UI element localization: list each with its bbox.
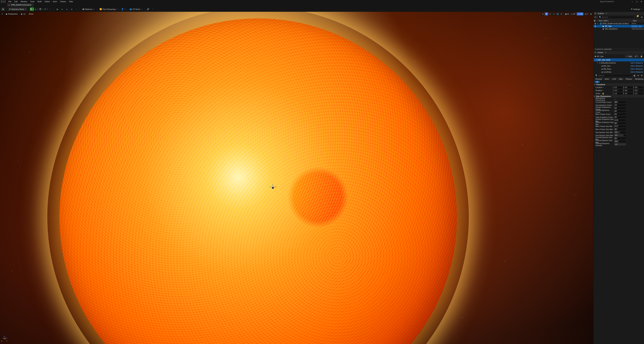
number-input[interactable]: 64 — [614, 107, 626, 109]
step-button[interactable]: ⏭ — [60, 7, 64, 11]
outliner-tab[interactable]: ☰ Outliner ✕ — [594, 12, 644, 15]
number-input[interactable]: 0.8 — [614, 134, 626, 137]
favorites-button[interactable]: ★ — [636, 74, 640, 77]
chevron-down-icon[interactable]: ▾ — [603, 87, 604, 88]
menu-actor[interactable]: Actor — [52, 0, 58, 3]
atmospheric-checkbox[interactable]: ✔ — [614, 98, 616, 100]
details-search-input[interactable]: 🔍 Search — [594, 74, 632, 77]
camera-speed-button[interactable]: 🎥2 — [584, 12, 589, 15]
category-transform[interactable]: ▼Transform — [594, 83, 644, 86]
menu-octane[interactable]: Octane — [59, 0, 67, 3]
play-options-button[interactable]: ⋮ — [74, 7, 78, 11]
filter-all-button[interactable]: All — [594, 81, 600, 83]
axis-orientation-widget[interactable]: z x y — [2, 336, 8, 342]
visibility-toggle[interactable]: ◉ — [594, 25, 596, 27]
vector-y-input[interactable]: 0.0 — [623, 86, 633, 88]
close-icon[interactable]: ✕ — [606, 12, 607, 14]
coord-space-button[interactable]: 🌐 — [556, 12, 559, 15]
chevron-down-icon[interactable]: ▾ — [600, 93, 601, 94]
vector-x-input[interactable]: 0.0 ° — [613, 89, 623, 92]
component-tree[interactable]: ▼◯BP_Star (Self)▼✦DefaultSceneRootEdit i… — [594, 58, 644, 73]
vector-z-input[interactable]: 0.0 — [634, 86, 643, 88]
grid-snap-button[interactable]: ▦10 — [564, 12, 570, 15]
edit-in-blueprint-link[interactable]: Edit in Blueprint — [630, 65, 643, 67]
number-input[interactable]: 0.4 — [614, 140, 626, 143]
filter-tab-actor[interactable]: Actor — [604, 78, 610, 80]
vector-x-input[interactable]: 1.0 — [613, 92, 623, 95]
menu-window[interactable]: Window — [19, 0, 28, 3]
outliner-row[interactable]: ◉◉BP_StarEdit BP_Star — [594, 25, 644, 27]
details-settings-button[interactable]: ⚙ — [640, 74, 643, 77]
lit-mode-button[interactable]: ◐Lit — [20, 13, 27, 15]
select-tool-button[interactable]: ⬉ — [541, 12, 544, 15]
number-input[interactable]: 64 — [614, 116, 626, 118]
selected-actor-chip[interactable]: ◉ BP_Star — [594, 55, 604, 57]
filter-tab-general[interactable]: General — [594, 78, 603, 80]
menu-file[interactable]: File — [7, 0, 13, 3]
maximize-button[interactable]: ▢ — [635, 0, 638, 3]
selection-mode-button[interactable]: ⬈ Selection Mode ▾ — [8, 7, 27, 11]
vector-z-input[interactable]: 0.0 ° — [634, 89, 643, 92]
number-input[interactable]: 0.2 — [614, 122, 626, 124]
viewport-layout-button[interactable]: ⊞ — [589, 12, 593, 15]
number-input[interactable]: 0.5 — [614, 131, 626, 133]
settings-button[interactable]: ⚙Settings▾ — [630, 7, 643, 11]
vc-button[interactable]: 🔗 — [146, 7, 150, 11]
edit-in-blueprint-link[interactable]: Edit in Blueprint — [630, 62, 643, 64]
outliner-search-input[interactable]: 🔍 Search... ▾ — [598, 16, 636, 19]
vector-x-input[interactable]: 0.0 — [613, 86, 623, 88]
property-matrix-button[interactable]: ▦ — [633, 74, 636, 77]
edit-in-blueprint-link[interactable]: Edit in Blueprint — [630, 68, 643, 70]
component-row[interactable]: ◈SM_StarEdit in Blueprint — [594, 64, 644, 67]
scale-tool-button[interactable]: ⤧ — [552, 12, 556, 15]
visibility-toggle[interactable]: ◉ — [594, 22, 596, 25]
vector-z-input[interactable]: 1.0 — [634, 92, 643, 95]
pixel-streaming-button[interactable]: 📶Pixel Streaming▾ — [98, 7, 118, 11]
new-folder-button[interactable]: 📁⁺ — [636, 15, 640, 19]
number-input[interactable]: 32 — [614, 104, 626, 106]
component-row[interactable]: ▼✦DefaultSceneRootEdit in Blueprint — [594, 61, 644, 64]
add-content-button[interactable]: ✚▾ — [30, 7, 34, 11]
stop-button[interactable]: ■ — [65, 7, 69, 11]
number-input[interactable]: 0.2 — [614, 128, 626, 130]
number-input[interactable]: 0.05 — [614, 119, 626, 121]
lock-details-button[interactable]: 🔓 — [640, 55, 643, 57]
number-input[interactable]: 64 — [614, 113, 626, 115]
lock-scale-button[interactable]: 🔒 — [602, 92, 604, 95]
angle-snap-button[interactable]: ∠10° — [570, 12, 576, 15]
vector-y-input[interactable]: 0.0 ° — [623, 89, 633, 92]
outliner-settings-button[interactable]: ⚙ — [640, 15, 643, 19]
show-button[interactable]: Show — [27, 13, 35, 15]
close-icon[interactable]: ✕ — [605, 51, 606, 54]
user-button[interactable]: 👤▾ — [121, 7, 126, 11]
number-input[interactable]: 0.07 — [614, 125, 626, 127]
filter-button[interactable]: ☰▾ — [594, 15, 597, 19]
filter-tab-misc[interactable]: Misc — [618, 78, 624, 80]
perspective-button[interactable]: ◉Perspective — [4, 13, 19, 15]
transform-gizmo[interactable] — [270, 185, 276, 191]
menu-select[interactable]: Select — [43, 0, 51, 3]
chevron-down-icon[interactable]: ▾ — [603, 90, 604, 91]
more-button[interactable]: ⋮ — [151, 7, 155, 11]
variant-button[interactable]: ↺▾ — [44, 7, 48, 11]
outliner-tree[interactable]: ◉▼🌐KPM_BuildFromScratch (Editor)World◉◉B… — [594, 22, 644, 48]
surface-snap-button[interactable]: ✛ — [560, 12, 563, 15]
menu-help[interactable]: Help — [68, 0, 74, 3]
platforms-button[interactable]: ▦Platforms▾ — [81, 7, 96, 11]
filter-tab-lod[interactable]: LOD — [611, 78, 617, 80]
minimize-button[interactable]: — — [631, 0, 634, 3]
menu-build[interactable]: Build — [36, 0, 43, 3]
level-viewport[interactable]: ≡ ◉Perspective ◐Lit Show ⬉ ✥ ⟳ ⤧ 🌐 ✛ ▦10… — [0, 12, 593, 344]
eject-button[interactable]: ⏏ — [70, 7, 74, 11]
menu-edit[interactable]: Edit — [13, 0, 19, 3]
component-row[interactable]: ◈LensFlareEdit in Blueprint — [594, 70, 644, 73]
filter-tab-physics[interactable]: Physics — [624, 78, 633, 80]
actor-type[interactable]: Edit BP_Star — [632, 25, 644, 27]
number-input[interactable]: 256 — [614, 101, 626, 103]
vp-roles-button[interactable]: 👥VP Roles▾ — [128, 7, 143, 11]
outliner-header-row[interactable]: ◉ Item Label ▴ Type — [594, 19, 644, 22]
component-row[interactable]: ▼◯BP_Star (Self) — [594, 58, 644, 61]
menu-tools[interactable]: Tools — [29, 0, 36, 3]
number-input[interactable]: 1.0 — [614, 143, 626, 146]
blueprint-button[interactable]: ⎚▾ — [34, 7, 38, 11]
